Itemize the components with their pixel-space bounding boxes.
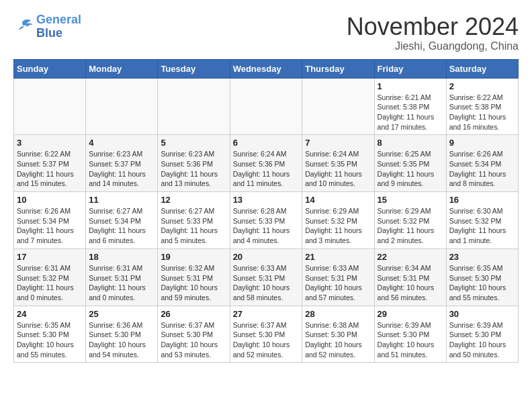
- calendar-week-2: 3Sunrise: 6:22 AMSunset: 5:37 PMDaylight…: [14, 135, 519, 192]
- calendar-cell: 21Sunrise: 6:33 AMSunset: 5:31 PMDayligh…: [302, 248, 374, 306]
- day-info: Sunrise: 6:22 AMSunset: 5:38 PMDaylight:…: [449, 93, 515, 132]
- day-info: Sunrise: 6:39 AMSunset: 5:30 PMDaylight:…: [449, 320, 515, 360]
- title-block: November 2024 Jieshi, Guangdong, China: [347, 13, 519, 52]
- day-info: Sunrise: 6:31 AMSunset: 5:32 PMDaylight:…: [17, 263, 83, 303]
- day-info: Sunrise: 6:36 AMSunset: 5:30 PMDaylight:…: [89, 320, 154, 360]
- logo-bird-icon: [13, 17, 34, 37]
- day-number: 3: [17, 138, 83, 148]
- day-info: Sunrise: 6:30 AMSunset: 5:32 PMDaylight:…: [449, 206, 515, 246]
- logo-text: General Blue: [36, 13, 81, 40]
- calendar-cell: 13Sunrise: 6:28 AMSunset: 5:33 PMDayligh…: [230, 192, 302, 249]
- day-number: 1: [378, 81, 443, 91]
- calendar-cell: 23Sunrise: 6:35 AMSunset: 5:30 PMDayligh…: [446, 248, 518, 306]
- day-info: Sunrise: 6:28 AMSunset: 5:33 PMDaylight:…: [233, 206, 300, 246]
- calendar-cell: 4Sunrise: 6:23 AMSunset: 5:37 PMDaylight…: [86, 135, 158, 192]
- weekday-header-wednesday: Wednesday: [230, 59, 302, 78]
- calendar-cell: 8Sunrise: 6:25 AMSunset: 5:35 PMDaylight…: [374, 135, 446, 192]
- day-info: Sunrise: 6:37 AMSunset: 5:30 PMDaylight:…: [161, 320, 226, 360]
- calendar-cell: [230, 78, 302, 135]
- day-info: Sunrise: 6:24 AMSunset: 5:36 PMDaylight:…: [233, 149, 300, 189]
- day-info: Sunrise: 6:33 AMSunset: 5:31 PMDaylight:…: [305, 263, 371, 303]
- day-info: Sunrise: 6:26 AMSunset: 5:34 PMDaylight:…: [17, 206, 83, 246]
- day-number: 6: [233, 138, 300, 148]
- calendar-cell: 30Sunrise: 6:39 AMSunset: 5:30 PMDayligh…: [446, 306, 518, 363]
- calendar-table: SundayMondayTuesdayWednesdayThursdayFrid…: [13, 59, 519, 363]
- day-info: Sunrise: 6:29 AMSunset: 5:32 PMDaylight:…: [378, 206, 443, 246]
- day-info: Sunrise: 6:32 AMSunset: 5:31 PMDaylight:…: [161, 263, 226, 303]
- day-info: Sunrise: 6:29 AMSunset: 5:32 PMDaylight:…: [305, 206, 371, 246]
- day-number: 15: [378, 195, 443, 205]
- calendar-cell: 20Sunrise: 6:33 AMSunset: 5:31 PMDayligh…: [230, 248, 302, 306]
- day-number: 13: [233, 195, 300, 205]
- day-number: 25: [89, 309, 154, 319]
- day-info: Sunrise: 6:33 AMSunset: 5:31 PMDaylight:…: [233, 263, 300, 303]
- calendar-cell: 6Sunrise: 6:24 AMSunset: 5:36 PMDaylight…: [230, 135, 302, 192]
- page-header: General Blue November 2024 Jieshi, Guang…: [13, 13, 519, 52]
- location-title: Jieshi, Guangdong, China: [347, 40, 519, 52]
- calendar-cell: [86, 78, 158, 135]
- calendar-cell: 9Sunrise: 6:26 AMSunset: 5:34 PMDaylight…: [446, 135, 518, 192]
- calendar-cell: 15Sunrise: 6:29 AMSunset: 5:32 PMDayligh…: [374, 192, 446, 249]
- day-number: 22: [378, 252, 443, 262]
- calendar-week-1: 1Sunrise: 6:21 AMSunset: 5:38 PMDaylight…: [14, 78, 519, 135]
- calendar-cell: 28Sunrise: 6:38 AMSunset: 5:30 PMDayligh…: [302, 306, 374, 363]
- calendar-cell: 2Sunrise: 6:22 AMSunset: 5:38 PMDaylight…: [446, 78, 518, 135]
- calendar-header-row: SundayMondayTuesdayWednesdayThursdayFrid…: [14, 59, 519, 78]
- calendar-cell: 17Sunrise: 6:31 AMSunset: 5:32 PMDayligh…: [14, 248, 86, 306]
- weekday-header-saturday: Saturday: [446, 59, 518, 78]
- calendar-week-4: 17Sunrise: 6:31 AMSunset: 5:32 PMDayligh…: [14, 248, 519, 306]
- calendar-cell: 26Sunrise: 6:37 AMSunset: 5:30 PMDayligh…: [158, 306, 230, 363]
- calendar-cell: 16Sunrise: 6:30 AMSunset: 5:32 PMDayligh…: [446, 192, 518, 249]
- day-info: Sunrise: 6:35 AMSunset: 5:30 PMDaylight:…: [449, 263, 515, 303]
- day-number: 28: [305, 309, 371, 319]
- day-number: 12: [161, 195, 226, 205]
- calendar-cell: 24Sunrise: 6:35 AMSunset: 5:30 PMDayligh…: [14, 306, 86, 363]
- day-info: Sunrise: 6:31 AMSunset: 5:31 PMDaylight:…: [89, 263, 154, 303]
- day-info: Sunrise: 6:37 AMSunset: 5:30 PMDaylight:…: [233, 320, 300, 360]
- day-info: Sunrise: 6:24 AMSunset: 5:35 PMDaylight:…: [305, 149, 371, 189]
- calendar-cell: 18Sunrise: 6:31 AMSunset: 5:31 PMDayligh…: [86, 248, 158, 306]
- calendar-cell: [158, 78, 230, 135]
- calendar-week-5: 24Sunrise: 6:35 AMSunset: 5:30 PMDayligh…: [14, 306, 519, 363]
- day-number: 8: [378, 138, 443, 148]
- day-info: Sunrise: 6:38 AMSunset: 5:30 PMDaylight:…: [305, 320, 371, 360]
- weekday-header-monday: Monday: [86, 59, 158, 78]
- day-info: Sunrise: 6:34 AMSunset: 5:31 PMDaylight:…: [378, 263, 443, 303]
- weekday-header-thursday: Thursday: [302, 59, 374, 78]
- calendar-cell: [14, 78, 86, 135]
- day-info: Sunrise: 6:35 AMSunset: 5:30 PMDaylight:…: [17, 320, 83, 360]
- day-number: 2: [449, 81, 515, 91]
- calendar-cell: 1Sunrise: 6:21 AMSunset: 5:38 PMDaylight…: [374, 78, 446, 135]
- day-number: 11: [89, 195, 154, 205]
- weekday-header-tuesday: Tuesday: [158, 59, 230, 78]
- calendar-cell: 29Sunrise: 6:39 AMSunset: 5:30 PMDayligh…: [374, 306, 446, 363]
- calendar-cell: 7Sunrise: 6:24 AMSunset: 5:35 PMDaylight…: [302, 135, 374, 192]
- day-number: 30: [449, 309, 515, 319]
- day-number: 24: [17, 309, 83, 319]
- day-number: 26: [161, 309, 226, 319]
- day-info: Sunrise: 6:27 AMSunset: 5:34 PMDaylight:…: [89, 206, 154, 246]
- weekday-header-sunday: Sunday: [14, 59, 86, 78]
- month-title: November 2024: [347, 13, 519, 40]
- day-info: Sunrise: 6:25 AMSunset: 5:35 PMDaylight:…: [378, 149, 443, 189]
- calendar-cell: 5Sunrise: 6:23 AMSunset: 5:36 PMDaylight…: [158, 135, 230, 192]
- day-info: Sunrise: 6:26 AMSunset: 5:34 PMDaylight:…: [449, 149, 515, 189]
- day-info: Sunrise: 6:23 AMSunset: 5:36 PMDaylight:…: [161, 149, 226, 189]
- day-number: 10: [17, 195, 83, 205]
- day-number: 9: [449, 138, 515, 148]
- calendar-cell: 3Sunrise: 6:22 AMSunset: 5:37 PMDaylight…: [14, 135, 86, 192]
- logo: General Blue: [13, 13, 81, 40]
- day-number: 5: [161, 138, 226, 148]
- day-info: Sunrise: 6:39 AMSunset: 5:30 PMDaylight:…: [378, 320, 443, 360]
- calendar-body: 1Sunrise: 6:21 AMSunset: 5:38 PMDaylight…: [14, 78, 519, 363]
- day-number: 17: [17, 252, 83, 262]
- day-number: 16: [449, 195, 515, 205]
- day-number: 29: [378, 309, 443, 319]
- day-info: Sunrise: 6:23 AMSunset: 5:37 PMDaylight:…: [89, 149, 154, 189]
- day-number: 21: [305, 252, 371, 262]
- calendar-cell: 11Sunrise: 6:27 AMSunset: 5:34 PMDayligh…: [86, 192, 158, 249]
- day-info: Sunrise: 6:21 AMSunset: 5:38 PMDaylight:…: [378, 93, 443, 132]
- calendar-cell: 27Sunrise: 6:37 AMSunset: 5:30 PMDayligh…: [230, 306, 302, 363]
- calendar-cell: 14Sunrise: 6:29 AMSunset: 5:32 PMDayligh…: [302, 192, 374, 249]
- calendar-cell: 10Sunrise: 6:26 AMSunset: 5:34 PMDayligh…: [14, 192, 86, 249]
